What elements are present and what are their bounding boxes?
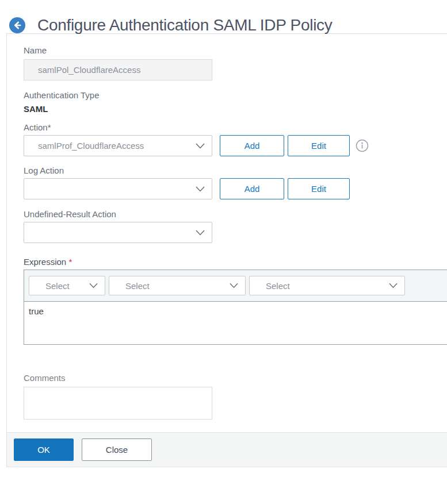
action-add-button[interactable]: Add xyxy=(220,135,284,156)
expression-toolbar: Select Select Select xyxy=(24,270,447,302)
undefined-result-action-select[interactable] xyxy=(24,222,212,243)
name-input[interactable] xyxy=(24,59,212,80)
name-label: Name xyxy=(24,45,447,55)
comments-label: Comments xyxy=(24,373,447,383)
page-header: Configure Authentication SAML IDP Policy xyxy=(0,0,447,33)
chevron-down-icon xyxy=(230,283,238,288)
chevron-down-icon xyxy=(89,283,98,288)
action-select-value: samlProf_CloudflareAccess xyxy=(38,141,144,151)
expression-select-2-value: Select xyxy=(125,281,150,291)
expression-required-marker: * xyxy=(68,257,72,267)
action-row: samlProf_CloudflareAccess Add Edit xyxy=(24,135,447,156)
expression-select-3[interactable]: Select xyxy=(249,276,405,295)
log-action-edit-button[interactable]: Edit xyxy=(288,178,350,199)
expression-select-2[interactable]: Select xyxy=(109,276,246,295)
comments-input[interactable] xyxy=(24,387,212,420)
expression-select-1[interactable]: Select xyxy=(29,276,105,295)
comments-section: Comments xyxy=(24,373,447,420)
action-select[interactable]: samlProf_CloudflareAccess xyxy=(24,135,212,156)
auth-type-value: SAML xyxy=(24,104,447,114)
action-edit-button[interactable]: Edit xyxy=(288,135,350,156)
chevron-down-icon xyxy=(196,143,205,149)
expression-input[interactable]: true xyxy=(24,302,447,344)
chevron-down-icon xyxy=(389,283,398,288)
log-action-label: Log Action xyxy=(24,166,447,175)
expression-select-3-value: Select xyxy=(266,281,290,291)
log-action-add-button[interactable]: Add xyxy=(220,178,284,199)
expression-label: Expression xyxy=(24,257,66,267)
log-action-row: Add Edit xyxy=(24,178,447,199)
chevron-down-icon xyxy=(196,230,205,236)
undefined-result-action-label: Undefined-Result Action xyxy=(24,209,447,219)
auth-type-label: Authentication Type xyxy=(24,90,447,100)
info-icon[interactable] xyxy=(356,139,369,152)
action-label: Action* xyxy=(24,122,447,132)
close-button[interactable]: Close xyxy=(82,438,152,461)
ok-button[interactable]: OK xyxy=(14,438,74,461)
expression-editor: Select Select Select xyxy=(24,270,447,345)
form-footer: OK Close xyxy=(7,432,447,467)
page-title: Configure Authentication SAML IDP Policy xyxy=(37,16,333,34)
expression-select-1-value: Select xyxy=(45,281,70,291)
expression-section: Expression * Select Select xyxy=(24,257,447,345)
form-panel: Name Authentication Type SAML Action* sa… xyxy=(6,33,447,467)
back-button[interactable] xyxy=(9,17,25,33)
log-action-select[interactable] xyxy=(24,178,212,199)
chevron-down-icon xyxy=(196,186,205,192)
arrow-left-circle-icon xyxy=(9,17,25,33)
